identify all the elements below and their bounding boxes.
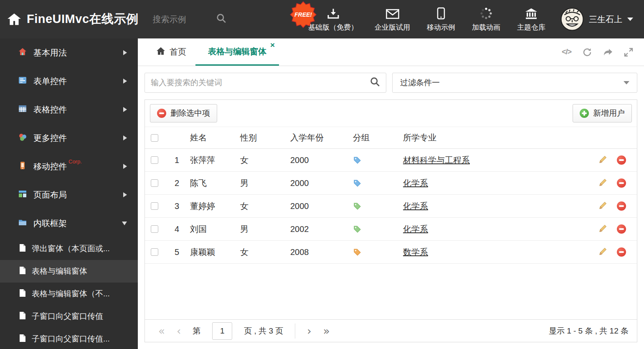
sidebar-subitem-grid-edit-window[interactable]: 表格与编辑窗体 (0, 260, 138, 283)
filter-row: 过滤条件一 (145, 73, 637, 93)
tab-home-label: 首页 (170, 46, 186, 58)
delete-row-icon[interactable] (617, 178, 626, 188)
refresh-icon[interactable] (582, 47, 592, 57)
delete-selected-button[interactable]: 删除选中项 (150, 104, 217, 122)
row-checkbox[interactable] (151, 179, 158, 187)
user-menu[interactable]: 三生石上 (560, 8, 633, 31)
edit-icon[interactable] (598, 154, 608, 166)
record-summary: 显示 1 - 5 条 , 共 12 条 (549, 326, 629, 336)
delete-row-icon[interactable] (617, 155, 626, 165)
major-link[interactable]: 化学系 (403, 201, 428, 211)
table-icon (18, 104, 27, 115)
sidebar-subitem-child-to-parent[interactable]: 子窗口向父窗口传值 (0, 305, 138, 328)
edit-icon[interactable] (598, 223, 608, 235)
sidebar-item-page-layout[interactable]: 页面布局 (0, 181, 138, 209)
delete-row-icon[interactable] (617, 201, 626, 211)
sidebar-item-mobile-controls[interactable]: 移动控件Corp. (0, 152, 138, 181)
sidebar-item-iframe[interactable]: 内联框架 (0, 209, 138, 237)
nav-label: 企业版试用 (375, 23, 410, 32)
code-icon[interactable]: </> (562, 48, 571, 56)
frame-icon (18, 218, 27, 229)
filter-dropdown[interactable]: 过滤条件一 (392, 73, 637, 93)
page-number-input[interactable] (212, 322, 232, 340)
mobile-controls-icon (18, 161, 27, 172)
sidebar-item-grid-controls[interactable]: 表格控件 (0, 95, 138, 124)
col-header-name[interactable]: 姓名 (190, 132, 240, 143)
tag-icon (353, 179, 361, 187)
header-search (153, 13, 226, 25)
cell-year: 2000 (290, 201, 353, 211)
nav-label: 加载动画 (472, 23, 500, 32)
edit-icon[interactable] (598, 177, 608, 189)
first-page-icon[interactable]: « (158, 326, 165, 336)
col-header-group[interactable]: 分组 (353, 132, 403, 143)
sidebar-item-label: 更多控件 (33, 132, 117, 144)
add-user-button[interactable]: 新增用户 (573, 104, 632, 122)
share-icon[interactable] (603, 48, 613, 56)
app-title: FineUIMvc在线示例 (27, 11, 139, 28)
cell-name: 董婷婷 (190, 201, 240, 212)
col-header-year[interactable]: 入学年份 (290, 132, 353, 143)
cell-year: 2002 (290, 224, 353, 234)
major-link[interactable]: 数学系 (403, 247, 428, 257)
col-header-major[interactable]: 所学专业 (403, 132, 588, 143)
nav-item-enterprise-trial[interactable]: 企业版试用 (375, 6, 410, 32)
bank-icon (525, 6, 538, 20)
major-link[interactable]: 材料科学与工程系 (403, 155, 470, 165)
more-controls-icon (18, 133, 27, 143)
tab-active-label: 表格与编辑窗体 (208, 46, 266, 57)
tab-bar: 首页 表格与编辑窗体 × </> (138, 38, 644, 66)
row-checkbox[interactable] (151, 248, 158, 256)
sidebar-item-more-controls[interactable]: 更多控件 (0, 124, 138, 152)
home-outline-icon (156, 47, 165, 57)
search-icon[interactable] (370, 77, 380, 89)
tab-home[interactable]: 首页 (147, 38, 195, 66)
nav-item-basic-free[interactable]: FREE! 基础版（免费） (308, 6, 358, 32)
sidebar-subitem-child-to-parent-2[interactable]: 子窗口向父窗口传值... (0, 328, 138, 349)
tag-icon (353, 225, 361, 233)
row-checkbox[interactable] (151, 202, 158, 210)
nav-item-theme-repo[interactable]: 主题仓库 (517, 6, 545, 32)
search-icon[interactable] (216, 13, 226, 25)
sidebar-subitem-grid-edit-window-alt[interactable]: 表格与编辑窗体（不... (0, 283, 138, 305)
chevron-right-icon (123, 164, 127, 169)
sidebar-subitem-popup-window[interactable]: 弹出窗体（本页面或... (0, 237, 138, 260)
nav-item-mobile-demo[interactable]: 移动示例 (427, 6, 455, 32)
tab-grid-edit-window[interactable]: 表格与编辑窗体 × (195, 38, 279, 66)
keyword-search (145, 73, 386, 93)
sidebar-item-form-controls[interactable]: 表单控件 (0, 67, 138, 95)
app-home-icon[interactable] (7, 13, 22, 26)
page-label-suffix: 页 , 共 3 页 (244, 326, 283, 336)
avatar (560, 8, 584, 31)
table-header-row: 姓名 性别 入学年份 分组 所学专业 (145, 127, 637, 149)
next-page-icon[interactable]: › (307, 326, 311, 336)
expand-icon[interactable] (624, 48, 633, 57)
table-row: 4 刘国 男 2002 化学系 (145, 218, 637, 241)
last-page-icon[interactable]: » (323, 326, 330, 336)
chevron-right-icon (123, 50, 127, 55)
sidebar-item-basic-usage[interactable]: 基本用法 (0, 38, 138, 67)
col-header-gender[interactable]: 性别 (240, 132, 290, 143)
major-link[interactable]: 化学系 (403, 224, 428, 234)
nav-label: 移动示例 (427, 23, 455, 32)
caret-down-icon (627, 18, 633, 21)
delete-row-icon[interactable] (617, 247, 626, 257)
tag-icon (353, 248, 361, 256)
row-checkbox[interactable] (151, 156, 158, 164)
edit-icon[interactable] (598, 246, 608, 258)
row-checkbox[interactable] (151, 225, 158, 233)
table-row: 2 陈飞 男 2000 化学系 (145, 172, 637, 195)
prev-page-icon[interactable]: ‹ (177, 326, 181, 336)
sidebar-item-label: 表格控件 (33, 104, 117, 115)
sidebar-item-label: 表单控件 (33, 76, 117, 87)
nav-label: 主题仓库 (517, 23, 545, 32)
nav-item-loading-animation[interactable]: 加载动画 (472, 6, 500, 32)
major-link[interactable]: 化学系 (403, 178, 428, 188)
select-all-checkbox[interactable] (151, 134, 158, 142)
chevron-right-icon (123, 192, 127, 197)
delete-row-icon[interactable] (617, 224, 626, 234)
edit-icon[interactable] (598, 200, 608, 212)
close-tab-icon[interactable]: × (270, 41, 275, 49)
keyword-search-input[interactable] (151, 78, 370, 87)
header-search-input[interactable] (153, 15, 211, 24)
